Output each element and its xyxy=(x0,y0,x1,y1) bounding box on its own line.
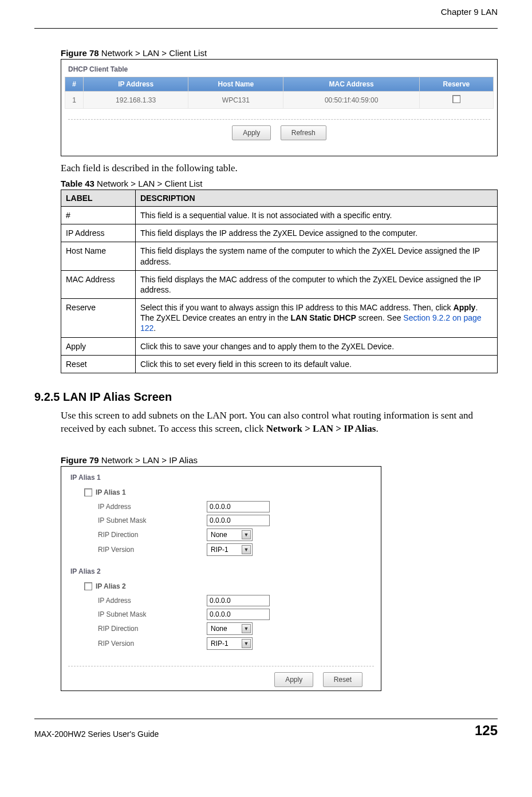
figure79-screenshot: IP Alias 1 IP Alias 1 IP Address IP Subn… xyxy=(61,466,381,691)
table43: LABEL DESCRIPTION # This field is a sequ… xyxy=(61,190,498,373)
footer-page-number: 125 xyxy=(475,723,498,739)
figure79-caption: Figure 79 Network > LAN > IP Alias xyxy=(61,455,498,465)
reserve-desc-bold1: Apply xyxy=(454,303,476,312)
dhcp-panel-title: DHCP Client Table xyxy=(68,65,494,73)
figure78-caption-text: Network > LAN > Client List xyxy=(101,48,207,58)
ripver-1-select[interactable]: RIP-1 ▼ xyxy=(207,543,253,556)
subnet-2-input[interactable] xyxy=(207,609,270,620)
reserve-desc-post: screen. See xyxy=(356,313,404,322)
cell-desc: This field displays the IP address the Z… xyxy=(136,224,498,242)
ip-alias-2-title: IP Alias 2 xyxy=(65,564,377,579)
chevron-down-icon: ▼ xyxy=(242,624,251,633)
cell-reserve xyxy=(419,92,493,109)
label-ripdir-1: RIP Direction xyxy=(98,531,207,539)
ip-alias-1-title: IP Alias 1 xyxy=(65,470,377,485)
cell-host: WPC131 xyxy=(188,92,283,109)
table43-caption-text: Network > LAN > Client List xyxy=(97,179,202,188)
chapter-header: Chapter 9 LAN xyxy=(34,7,498,17)
cell-num: 1 xyxy=(65,92,84,109)
cell-desc: Select this if you want to always assign… xyxy=(136,299,498,338)
table43-label: Table 43 xyxy=(61,179,97,188)
table43-caption: Table 43 Network > LAN > Client List xyxy=(61,179,498,188)
cell-mac: 00:50:1f:40:59:00 xyxy=(283,92,419,109)
table-row: MAC Address This field displays the MAC … xyxy=(61,270,498,298)
ripver-1-value: RIP-1 xyxy=(211,546,228,554)
cell-label: Apply xyxy=(61,337,136,355)
section-body-post: . xyxy=(376,423,378,434)
divider xyxy=(68,666,374,666)
table-row: Reset Click this to set every field in t… xyxy=(61,355,498,373)
chevron-down-icon: ▼ xyxy=(242,545,251,554)
th-desc: DESCRIPTION xyxy=(136,190,498,206)
page-footer: MAX-200HW2 Series User's Guide 125 xyxy=(34,719,498,739)
th-label: LABEL xyxy=(61,190,136,206)
divider xyxy=(68,119,490,120)
reserve-desc-bold2: LAN Static DHCP xyxy=(291,313,356,322)
ripdir-2-select[interactable]: None ▼ xyxy=(207,622,253,635)
label-ripver-1: RIP Version xyxy=(98,546,207,554)
ripdir-1-select[interactable]: None ▼ xyxy=(207,528,253,541)
cell-desc: Click this to set every field in this sc… xyxy=(136,355,498,373)
cell-label: Host Name xyxy=(61,242,136,270)
footer-guide-title: MAX-200HW2 Series User's Guide xyxy=(34,729,159,739)
reserve-checkbox[interactable] xyxy=(452,95,460,103)
chevron-down-icon: ▼ xyxy=(242,530,251,539)
cell-desc: This field is a sequential value. It is … xyxy=(136,206,498,224)
figure79-label: Figure 79 xyxy=(61,455,101,465)
apply-button[interactable]: Apply xyxy=(232,125,271,140)
dhcp-head-reserve: Reserve xyxy=(419,77,493,92)
cell-label: Reserve xyxy=(61,299,136,338)
figure78-label: Figure 78 xyxy=(61,48,101,58)
cell-desc: This field displays the system name of t… xyxy=(136,242,498,270)
ip-address-1-input[interactable] xyxy=(207,501,270,512)
figure78-caption: Figure 78 Network > LAN > Client List xyxy=(61,48,498,58)
section-heading-9-2-5: 9.2.5 LAN IP Alias Screen xyxy=(34,390,498,404)
table-row: Reserve Select this if you want to alway… xyxy=(61,299,498,338)
ripdir-2-value: None xyxy=(211,625,227,633)
cell-desc: This field displays the MAC address of t… xyxy=(136,270,498,298)
reserve-desc-pre: Select this if you want to always assign… xyxy=(140,303,454,312)
table-row: 1 192.168.1.33 WPC131 00:50:1f:40:59:00 xyxy=(65,92,494,109)
ip-alias-1-section: IP Alias 1 IP Alias 1 IP Address IP Subn… xyxy=(65,470,377,562)
table-row: IP Address This field displays the IP ad… xyxy=(61,224,498,242)
label-subnet-1: IP Subnet Mask xyxy=(98,516,207,524)
figure78-screenshot: DHCP Client Table # IP Address Host Name… xyxy=(61,59,498,156)
ip-alias-1-checkbox[interactable] xyxy=(84,488,92,496)
subnet-1-input[interactable] xyxy=(207,515,270,526)
dhcp-head-mac: MAC Address xyxy=(283,77,419,92)
ip-alias-2-check-label: IP Alias 2 xyxy=(96,582,126,590)
cell-label: Reset xyxy=(61,355,136,373)
cell-label: IP Address xyxy=(61,224,136,242)
cell-ip: 192.168.1.33 xyxy=(84,92,188,109)
section-body-bold: Network > LAN > IP Alias xyxy=(266,423,376,434)
label-subnet-2: IP Subnet Mask xyxy=(98,610,207,618)
label-ripdir-2: RIP Direction xyxy=(98,625,207,633)
label-ip-address-1: IP Address xyxy=(98,503,207,511)
label-ripver-2: RIP Version xyxy=(98,640,207,648)
cell-label: MAC Address xyxy=(61,270,136,298)
reserve-desc-end: . xyxy=(153,323,156,333)
dhcp-head-ip: IP Address xyxy=(84,77,188,92)
figure79-caption-text: Network > LAN > IP Alias xyxy=(101,455,198,465)
table-row: # This field is a sequential value. It i… xyxy=(61,206,498,224)
top-rule xyxy=(34,28,498,29)
apply-button[interactable]: Apply xyxy=(274,672,313,687)
refresh-button[interactable]: Refresh xyxy=(281,125,326,140)
ripver-2-select[interactable]: RIP-1 ▼ xyxy=(207,637,253,650)
reset-button[interactable]: Reset xyxy=(323,672,362,687)
ripdir-1-value: None xyxy=(211,531,227,539)
dhcp-head-host: Host Name xyxy=(188,77,283,92)
chevron-down-icon: ▼ xyxy=(242,639,251,648)
ip-address-2-input[interactable] xyxy=(207,595,270,606)
dhcp-head-num: # xyxy=(65,77,84,92)
intro-line: Each field is described in the following… xyxy=(61,162,498,175)
ripver-2-value: RIP-1 xyxy=(211,640,228,648)
ip-alias-1-check-label: IP Alias 1 xyxy=(96,488,126,496)
ip-alias-2-checkbox[interactable] xyxy=(84,582,92,590)
cell-label: # xyxy=(61,206,136,224)
table-row: Host Name This field displays the system… xyxy=(61,242,498,270)
section-body: Use this screen to add subnets on the LA… xyxy=(61,409,498,436)
ip-alias-2-section: IP Alias 2 IP Alias 2 IP Address IP Subn… xyxy=(65,564,377,656)
cell-desc: Click this to save your changes and to a… xyxy=(136,337,498,355)
label-ip-address-2: IP Address xyxy=(98,597,207,605)
